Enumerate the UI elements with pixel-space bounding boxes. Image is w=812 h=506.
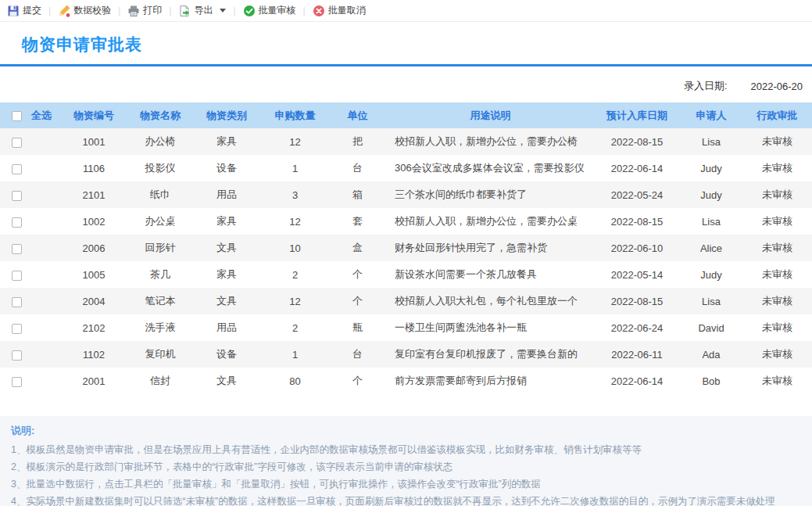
cell-approval-status[interactable]: 未审核: [742, 208, 812, 235]
cell-quantity: 80: [262, 368, 328, 394]
cell-expected-date: 2022-06-24: [594, 314, 680, 341]
cell-approval-status[interactable]: 未审核: [742, 314, 812, 341]
cell-approval-status[interactable]: 未审核: [742, 288, 812, 314]
row-select-cell: [0, 261, 59, 288]
toolbar-separator: |: [303, 5, 306, 16]
row-checkbox[interactable]: [12, 350, 22, 361]
cell-approval-status[interactable]: 未审核: [742, 128, 812, 155]
cell-approval-status[interactable]: 未审核: [742, 181, 812, 208]
cell-category: 设备: [191, 155, 262, 181]
cell-applicant: David: [680, 314, 742, 341]
submit-label: 提交: [23, 4, 41, 17]
row-checkbox[interactable]: [12, 271, 22, 281]
note-line-2: 2、模板演示的是行政部门审批环节，表格中的“行政审批”字段可修改，该字段表示当前…: [11, 458, 799, 475]
cell-applicant: Bob: [680, 368, 742, 394]
cell-item-no: 2102: [59, 314, 129, 341]
row-checkbox[interactable]: [12, 324, 22, 334]
row-select-cell: [0, 208, 59, 235]
table-header: 全选 物资编号 物资名称 物资类别 申购数量 单位 用途说明 预计入库日期 申请…: [0, 102, 812, 128]
cell-purpose: 三个茶水间的纸巾都要补货了: [387, 181, 594, 208]
table-row: 2001信封文具80个前方发票需要邮寄到后方报销2022-06-14Bob未审核: [0, 368, 812, 394]
cell-unit: 个: [328, 368, 387, 394]
cell-purpose: 新设茶水间需要一个茶几放餐具: [387, 261, 594, 288]
cell-expected-date: 2022-08-15: [594, 128, 680, 155]
row-select-cell: [0, 181, 59, 208]
cell-item-name: 茶几: [129, 261, 191, 288]
validate-pencil-icon: [58, 5, 70, 17]
cell-purpose: 校招新人入职，新增办公位，需要办公椅: [387, 128, 594, 155]
cell-unit: 瓶: [328, 314, 387, 341]
column-header-applicant: 申请人: [680, 102, 742, 128]
toolbar: 提交 | 数据校验 |: [0, 0, 812, 22]
print-button[interactable]: 打印: [125, 2, 164, 19]
cell-unit: 箱: [328, 181, 387, 208]
approval-table: 全选 物资编号 物资名称 物资类别 申购数量 单位 用途说明 预计入库日期 申请…: [0, 102, 812, 394]
cell-purpose: 一楼卫生间两盥洗池各补一瓶: [387, 314, 594, 341]
cell-quantity: 12: [262, 128, 328, 155]
cell-approval-status[interactable]: 未审核: [742, 155, 812, 181]
row-checkbox[interactable]: [12, 297, 22, 307]
cell-expected-date: 2022-06-14: [594, 155, 680, 181]
cell-expected-date: 2022-05-14: [594, 261, 680, 288]
cell-applicant: Judy: [680, 155, 742, 181]
row-select-cell: [0, 341, 59, 368]
cell-approval-status[interactable]: 未审核: [742, 341, 812, 368]
cell-expected-date: 2022-06-11: [594, 341, 680, 368]
cell-purpose: 复印室有台复印机报废了，需要换台新的: [387, 341, 594, 368]
cell-quantity: 12: [262, 208, 328, 235]
column-header-expected-date: 预计入库日期: [594, 102, 680, 128]
table-row: 1106投影仪设备1台306会议室改成多媒体会议室，需要投影仪2022-06-1…: [0, 155, 812, 181]
entry-date-label: 录入日期:: [684, 79, 728, 93]
data-validate-button[interactable]: 数据校验: [55, 2, 113, 19]
select-all-checkbox[interactable]: [12, 111, 22, 121]
cell-item-name: 信封: [129, 368, 191, 394]
print-icon: [127, 5, 140, 17]
select-all-header: 全选: [0, 102, 59, 128]
cell-purpose: 前方发票需要邮寄到后方报销: [387, 368, 594, 394]
cell-item-name: 回形针: [129, 235, 191, 261]
cell-purpose: 306会议室改成多媒体会议室，需要投影仪: [387, 155, 594, 181]
table-row: 2006回形针文具10盒财务处回形针快用完了，急需补货2022-06-10Ali…: [0, 235, 812, 261]
cell-approval-status[interactable]: 未审核: [742, 261, 812, 288]
column-header-purpose: 用途说明: [387, 102, 594, 128]
cell-item-no: 1002: [59, 208, 129, 235]
export-icon: [178, 5, 191, 17]
cell-quantity: 3: [262, 181, 328, 208]
cell-quantity: 2: [262, 261, 328, 288]
row-checkbox[interactable]: [12, 377, 22, 387]
export-label: 导出: [194, 4, 213, 17]
page-title: 物资申请审批表: [22, 34, 812, 55]
submit-button[interactable]: 提交: [5, 2, 44, 19]
row-checkbox[interactable]: [12, 217, 22, 228]
row-checkbox[interactable]: [12, 191, 22, 201]
cell-item-no: 2006: [59, 235, 129, 261]
chevron-down-icon: [220, 9, 226, 13]
table-body: 1001办公椅家具12把校招新人入职，新增办公位，需要办公椅2022-08-15…: [0, 128, 812, 394]
row-select-cell: [0, 155, 59, 181]
toolbar-separator: |: [233, 5, 235, 16]
cell-item-no: 2004: [59, 288, 129, 314]
entry-date-row: 录入日期: 2022-06-20: [0, 66, 812, 102]
column-header-quantity: 申购数量: [262, 102, 328, 128]
row-select-cell: [0, 368, 59, 394]
cell-expected-date: 2022-08-15: [594, 208, 680, 235]
cell-quantity: 10: [262, 235, 328, 261]
cell-approval-status[interactable]: 未审核: [742, 235, 812, 261]
cell-applicant: Lisa: [680, 208, 742, 235]
row-checkbox[interactable]: [12, 164, 22, 174]
cell-unit: 个: [328, 288, 387, 314]
batch-approve-button[interactable]: 批量审核: [241, 2, 299, 19]
export-button[interactable]: 导出: [176, 2, 228, 19]
cell-quantity: 1: [262, 341, 328, 368]
save-icon: [7, 5, 20, 17]
cell-applicant: Judy: [680, 181, 742, 208]
cell-item-name: 笔记本: [129, 288, 191, 314]
row-checkbox[interactable]: [12, 244, 22, 254]
batch-cancel-button[interactable]: 批量取消: [310, 2, 368, 19]
cell-category: 设备: [191, 341, 262, 368]
row-checkbox[interactable]: [12, 138, 22, 148]
cell-approval-status[interactable]: 未审核: [742, 368, 812, 394]
cell-unit: 把: [328, 128, 387, 155]
column-header-item-name: 物资名称: [129, 102, 191, 128]
cell-category: 家具: [191, 128, 262, 155]
